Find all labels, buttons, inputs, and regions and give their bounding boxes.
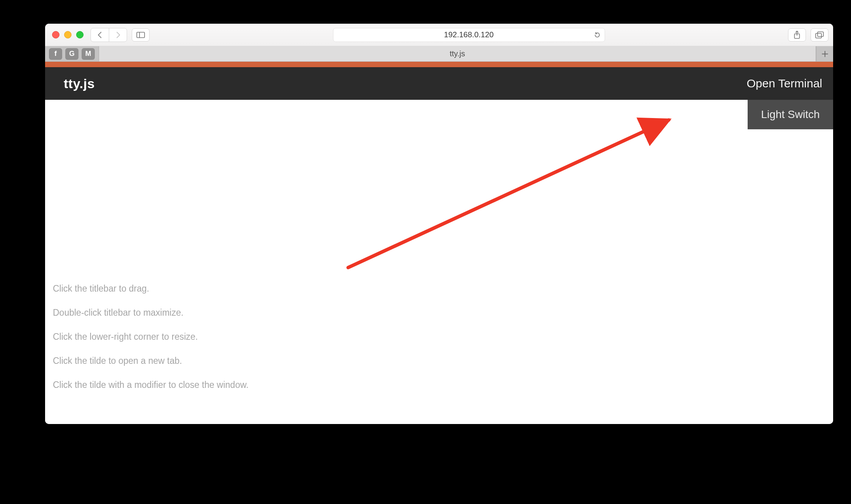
share-icon bbox=[793, 31, 800, 39]
sidebar-toggle-button[interactable] bbox=[132, 28, 150, 42]
share-button[interactable] bbox=[788, 28, 806, 42]
bookmark-label: M bbox=[85, 50, 91, 58]
window-controls bbox=[52, 31, 84, 38]
active-tab[interactable]: tty.js bbox=[99, 46, 816, 61]
address-text: 192.168.0.120 bbox=[444, 30, 494, 39]
forward-icon bbox=[115, 31, 121, 38]
svg-rect-3 bbox=[816, 33, 821, 38]
help-line: Click the titlebar to drag. bbox=[53, 283, 249, 295]
forward-button[interactable] bbox=[109, 28, 127, 42]
tabs-overview-button[interactable] bbox=[811, 28, 828, 42]
new-tab-button[interactable] bbox=[816, 46, 833, 61]
close-window-button[interactable] bbox=[52, 31, 59, 38]
back-icon bbox=[97, 31, 103, 38]
tabs-overview-icon bbox=[815, 31, 824, 38]
bookmark-label: G bbox=[69, 50, 75, 58]
back-button[interactable] bbox=[91, 28, 109, 42]
bookmark-chip[interactable]: M bbox=[82, 48, 95, 60]
app-header: tty.js Open Terminal bbox=[45, 67, 833, 100]
zoom-window-button[interactable] bbox=[76, 31, 84, 38]
address-bar[interactable]: 192.168.0.120 bbox=[333, 28, 605, 42]
app-brand: tty.js bbox=[64, 76, 95, 91]
dropdown-item-label: Light Switch bbox=[761, 108, 820, 120]
browser-toolbar: 192.168.0.120 bbox=[45, 24, 833, 46]
light-switch-item[interactable]: Light Switch bbox=[748, 100, 833, 129]
bookmark-strip: f G M bbox=[45, 46, 99, 61]
help-line: Click the lower-right corner to resize. bbox=[53, 331, 249, 343]
plus-icon bbox=[821, 50, 828, 57]
help-text: Click the titlebar to drag. Double-click… bbox=[53, 283, 249, 403]
tab-title: tty.js bbox=[450, 49, 465, 58]
help-line: Double-click titlebar to maximize. bbox=[53, 307, 249, 319]
nav-back-forward bbox=[91, 28, 127, 42]
svg-line-5 bbox=[348, 120, 669, 268]
bookmark-chip[interactable]: G bbox=[65, 48, 78, 60]
address-bar-container: 192.168.0.120 bbox=[154, 28, 783, 42]
page-content: tty.js Open Terminal Light Switch Click … bbox=[45, 62, 833, 424]
tab-row: f G M tty.js bbox=[45, 46, 833, 62]
bookmark-label: f bbox=[54, 50, 57, 58]
bookmark-chip[interactable]: f bbox=[49, 48, 62, 60]
svg-rect-4 bbox=[818, 32, 823, 36]
open-terminal-link[interactable]: Open Terminal bbox=[746, 77, 822, 90]
reload-icon bbox=[594, 31, 601, 38]
accent-bar bbox=[45, 62, 833, 67]
help-line: Click the tilde with a modifier to close… bbox=[53, 379, 249, 391]
browser-window: 192.168.0.120 bbox=[45, 24, 833, 424]
svg-rect-0 bbox=[137, 32, 145, 38]
minimize-window-button[interactable] bbox=[64, 31, 71, 38]
reload-button[interactable] bbox=[594, 31, 601, 38]
help-line: Click the tilde to open a new tab. bbox=[53, 355, 249, 367]
sidebar-toggle-icon bbox=[136, 32, 145, 38]
